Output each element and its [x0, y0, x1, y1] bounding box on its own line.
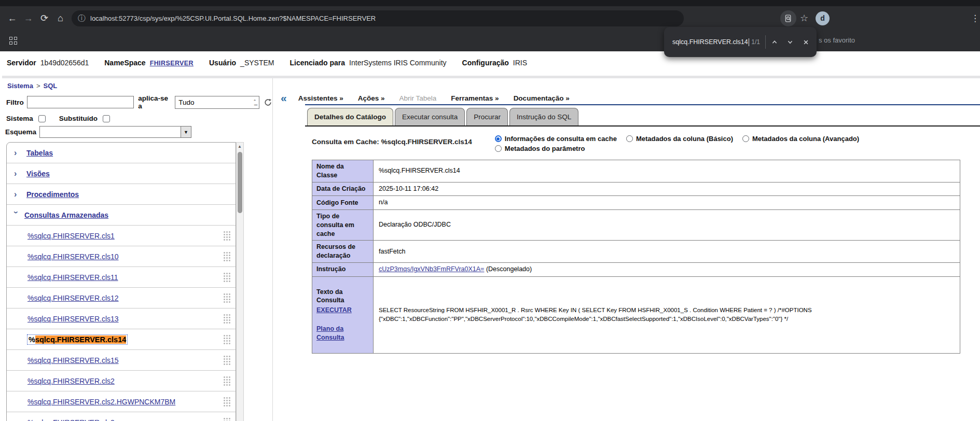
tree-item-cls15[interactable]: %sqlcq.FHIRSERVER.cls15 — [7, 350, 236, 371]
sistema-checkbox[interactable] — [38, 115, 46, 122]
licensed-label: Licenciado para — [289, 59, 345, 67]
bookmark-star-icon[interactable]: ☆ — [796, 10, 812, 26]
menu-acoes[interactable]: Ações » — [358, 94, 385, 102]
tree-group-visoes[interactable]: › Visões — [7, 163, 236, 184]
site-info-icon[interactable]: ⓘ — [78, 13, 86, 23]
radio-metadados-parametro[interactable]: Metadados do parâmetro — [495, 145, 617, 152]
substituido-label: Substituído — [59, 115, 98, 122]
statement-hash-link[interactable]: cUzP3mqs/IgxVNb3FmRFVra0X1A= — [379, 265, 484, 273]
url-text[interactable]: localhost:52773/csp/sys/exp/%25CSP.UI.Po… — [90, 15, 376, 22]
grip-icon[interactable] — [223, 293, 230, 303]
grip-icon[interactable] — [223, 314, 230, 324]
tab-detalhes-do-catalogo[interactable]: Detalhes do Catálogo — [307, 108, 393, 125]
grip-icon[interactable] — [223, 355, 230, 365]
tree-item-cls1[interactable]: %sqlcq.FHIRSERVER.cls1 — [7, 226, 236, 246]
tree-item-cls11[interactable]: %sqlcq.FHIRSERVER.cls11 — [7, 267, 236, 288]
namespace-link[interactable]: FHIRSERVER — [150, 60, 194, 67]
tab-procurar[interactable]: Procurar — [466, 108, 508, 125]
tab-instrucao-do-sql[interactable]: Instrução do SQL — [509, 108, 578, 125]
find-next-button[interactable] — [782, 34, 798, 50]
esquema-input[interactable] — [39, 126, 181, 138]
tree-item-cls14-selected[interactable]: %sqlcq.FHIRSERVER.cls14 — [7, 329, 236, 350]
bookmarks-hint-text: s os favorito — [819, 36, 855, 44]
scroll-up-icon[interactable]: ▲ — [238, 144, 242, 149]
config-label: Configuração — [462, 59, 509, 67]
grip-icon[interactable] — [223, 251, 230, 261]
tree-item-cls12[interactable]: %sqlcq.FHIRSERVER.cls12 — [7, 288, 236, 308]
find-in-page-icon[interactable] — [780, 10, 796, 26]
cache-query-label: Consulta em Cache: %sqlcq.FHIRSERVER.cls… — [312, 135, 472, 146]
tree-item-cls2[interactable]: %sqlcq.FHIRSERVER.cls2 — [7, 371, 236, 391]
grip-icon[interactable] — [223, 376, 230, 386]
tree-item-cls3[interactable]: %sqlcq.FHIRSERVER.cls3 — [7, 412, 236, 421]
tree-group-procedimentos[interactable]: › Procedimentos — [7, 184, 236, 205]
browser-menu-icon[interactable]: ⋮ — [971, 13, 980, 24]
statement-state: (Descongelado) — [484, 265, 532, 273]
radio-metadados-coluna-basico[interactable]: Metadados da coluna (Básico) — [626, 135, 733, 143]
grip-icon[interactable] — [223, 417, 230, 421]
sistema-label: Sistema — [6, 115, 33, 122]
tree-scrollbar[interactable]: ▲ — [236, 142, 244, 421]
executar-link[interactable]: EXECUTAR — [316, 306, 369, 315]
radio-metadados-coluna-avancado[interactable]: Metadados da coluna (Avançado) — [742, 135, 859, 143]
radio-icon[interactable] — [495, 135, 502, 142]
radio-icon[interactable] — [495, 145, 502, 152]
object-tree: › Tabelas › Visões › Procedimentos › Con… — [6, 142, 236, 421]
grip-icon[interactable] — [223, 272, 230, 282]
tree-item-cls10[interactable]: %sqlcq.FHIRSERVER.cls10 — [7, 246, 236, 267]
grip-icon[interactable] — [223, 397, 230, 406]
applies-select[interactable]: Tudo ˆ̲ — [175, 96, 259, 109]
find-in-page-bar: sqlcq.FHIRSERVER.cls14 1/1 — [664, 27, 817, 57]
address-bar[interactable]: ⓘ localhost:52773/csp/sys/exp/%25CSP.UI.… — [72, 10, 684, 26]
chevron-right-icon: › — [14, 148, 26, 158]
user-label: Usuário — [209, 59, 236, 67]
bookmarks-bar: s os favorito — [0, 30, 980, 51]
radio-info-consulta-cache[interactable]: Informações de consulta em cache — [495, 135, 617, 143]
tree-item-cls2-hgwpnckm7bm[interactable]: %sqlcq.FHIRSERVER.cls2.HGWPNCKM7BM — [7, 391, 236, 412]
find-previous-button[interactable] — [767, 34, 782, 50]
plano-da-consulta-link[interactable]: Plano da Consulta — [316, 325, 369, 342]
grip-icon[interactable] — [223, 231, 230, 241]
forward-icon[interactable]: → — [20, 10, 36, 26]
chevron-right-icon: › — [14, 169, 26, 178]
server-value: 1b49d02656d1 — [40, 59, 89, 67]
back-icon[interactable]: ← — [4, 10, 20, 26]
table-row: Data de Criação 2025-10-11 17:06:42 — [312, 182, 960, 196]
breadcrumb-sql[interactable]: SQL — [43, 82, 57, 90]
radio-icon[interactable] — [626, 135, 633, 142]
tree-item-cls13[interactable]: %sqlcq.FHIRSERVER.cls13 — [7, 308, 236, 329]
filtro-input[interactable] — [27, 96, 134, 108]
grip-icon[interactable] — [223, 334, 230, 344]
dropdown-arrow-icon[interactable]: ▼ — [181, 126, 191, 138]
text-caret — [749, 38, 750, 46]
cached-query-details-table: Nome da Classe %sqlcq.FHIRSERVER.cls14 D… — [312, 160, 960, 354]
substituido-checkbox[interactable] — [103, 115, 110, 122]
find-query-input[interactable]: sqlcq.FHIRSERVER.cls14 — [672, 38, 748, 46]
breadcrumb-sistema[interactable]: Sistema — [7, 82, 33, 90]
select-arrow-icon: ˆ̲ — [254, 99, 256, 105]
tab-bar: Detalhes do Catálogo Executar consulta P… — [305, 108, 980, 127]
find-close-button[interactable] — [798, 34, 813, 50]
menu-assistentes[interactable]: Assistentes » — [298, 94, 343, 102]
table-row: Nome da Classe %sqlcq.FHIRSERVER.cls14 — [312, 160, 960, 183]
apps-grid-icon[interactable] — [9, 37, 17, 45]
home-icon[interactable]: ⌂ — [52, 10, 68, 26]
chevron-down-icon: › — [11, 211, 21, 219]
portal-page: Servidor 1b49d02656d1 NameSpace FHIRSERV… — [0, 51, 980, 421]
tab-executar-consulta[interactable]: Executar consulta — [395, 108, 465, 125]
radio-icon[interactable] — [742, 135, 749, 142]
refresh-icon[interactable] — [264, 98, 272, 107]
collapse-panel-icon[interactable]: « — [281, 92, 287, 104]
avatar[interactable]: d — [816, 11, 830, 25]
scrollbar-thumb[interactable] — [238, 152, 242, 213]
user-value: _SYSTEM — [240, 59, 274, 67]
menubar: « Assistentes » Ações » Abrir Tabela Fer… — [273, 78, 980, 104]
tree-group-consultas-armazenadas[interactable]: › Consultas Armazenadas — [7, 205, 236, 226]
reload-icon[interactable]: ⟳ — [36, 10, 52, 26]
tree-group-tabelas[interactable]: › Tabelas — [7, 143, 236, 163]
applies-label: aplica-se a — [138, 94, 173, 110]
menu-abrir-tabela: Abrir Tabela — [399, 94, 437, 102]
table-row: Instrução cUzP3mqs/IgxVNb3FmRFVra0X1A= (… — [312, 263, 960, 277]
menu-documentacao[interactable]: Documentação » — [514, 94, 570, 102]
menu-ferramentas[interactable]: Ferramentas » — [451, 94, 499, 102]
